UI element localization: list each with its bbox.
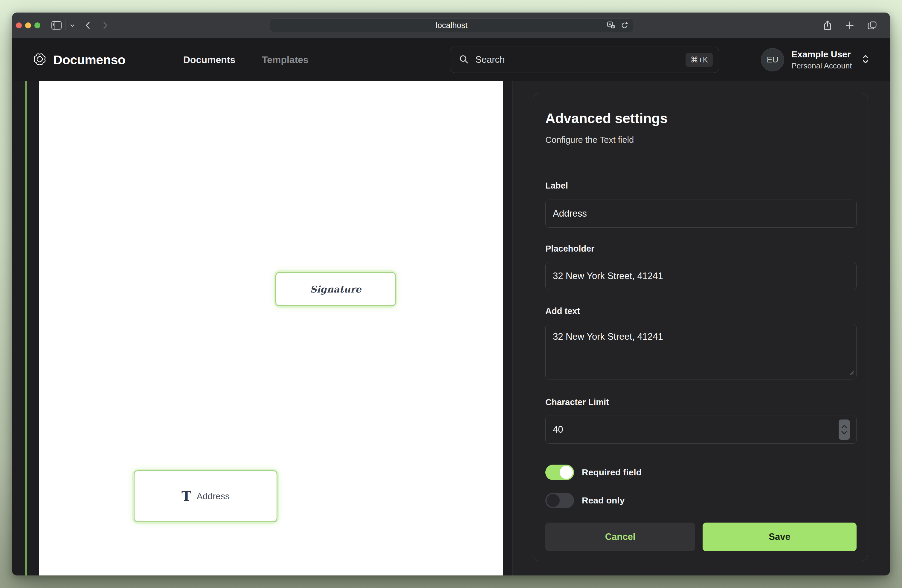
translate-icon[interactable]: A — [607, 21, 615, 30]
read-only-toggle[interactable] — [545, 493, 574, 508]
placeholder-field-label: Placeholder — [545, 244, 857, 254]
close-window-button[interactable] — [16, 22, 22, 28]
toggle-knob — [547, 494, 560, 507]
search-icon — [459, 54, 469, 66]
address-bar[interactable]: localhost A — [270, 19, 633, 32]
zoom-window-button[interactable] — [34, 22, 40, 28]
text-field-address[interactable]: T Address — [134, 470, 277, 522]
user-name: Example User — [791, 49, 852, 59]
share-icon[interactable] — [822, 20, 833, 31]
panel-title: Advanced settings — [545, 110, 857, 127]
panel-subtitle: Configure the Text field — [545, 134, 857, 145]
forward-icon[interactable] — [100, 20, 110, 30]
signature-field-label: Signature — [310, 284, 361, 295]
document-page: Signature T Address — [39, 81, 503, 575]
label-field-label: Label — [545, 181, 857, 191]
chevrons-up-down-icon — [861, 53, 870, 66]
nav-templates[interactable]: Templates — [262, 38, 308, 81]
save-button[interactable]: Save — [703, 522, 857, 551]
signature-field[interactable]: Signature — [276, 272, 396, 306]
user-menu[interactable]: EU Example User Personal Account — [761, 38, 870, 81]
search-placeholder: Search — [475, 55, 686, 65]
advanced-settings-card: Advanced settings Configure the Text fie… — [533, 93, 868, 561]
stepper-up-icon — [841, 425, 847, 429]
page-scroll-indicator — [25, 81, 27, 575]
avatar: EU — [761, 48, 784, 71]
chevron-down-icon[interactable] — [69, 22, 76, 29]
cancel-button[interactable]: Cancel — [545, 522, 695, 551]
number-stepper[interactable] — [839, 419, 850, 440]
add-text-textarea[interactable]: 32 New York Street, 41241 — [545, 324, 857, 380]
brand-name: Documenso — [53, 53, 125, 67]
document-pane: Signature T Address — [12, 81, 512, 575]
stepper-down-icon — [841, 430, 847, 435]
search-input[interactable]: Search ⌘+K — [450, 47, 719, 73]
browser-toolbar: localhost A — [12, 13, 890, 38]
back-icon[interactable] — [84, 20, 93, 30]
toggle-knob — [560, 466, 573, 479]
required-field-label: Required field — [582, 467, 642, 477]
character-limit-label: Character Limit — [545, 397, 857, 407]
search-shortcut-badge: ⌘+K — [686, 53, 713, 67]
read-only-label: Read only — [582, 496, 625, 505]
toolbar-divider — [66, 20, 66, 30]
user-account: Personal Account — [791, 61, 852, 70]
minimize-window-button[interactable] — [25, 22, 31, 28]
svg-text:A: A — [609, 22, 611, 27]
url-text: localhost — [270, 19, 633, 32]
resize-handle-icon[interactable] — [848, 369, 854, 377]
sidebar-toggle-icon[interactable] — [51, 21, 62, 30]
traffic-lights — [16, 22, 40, 28]
app-header: Documenso Documents Templates Search ⌘+K… — [12, 38, 890, 81]
nav-documents[interactable]: Documents — [183, 38, 235, 81]
placeholder-input[interactable] — [545, 262, 857, 290]
new-tab-icon[interactable] — [845, 20, 855, 30]
documenso-badge-icon — [32, 52, 47, 68]
character-limit-input[interactable] — [545, 416, 857, 444]
label-input[interactable] — [545, 200, 857, 228]
add-text-field-label: Add text — [545, 306, 857, 316]
reload-icon[interactable] — [620, 21, 629, 30]
brand[interactable]: Documenso — [32, 38, 125, 81]
text-type-icon: T — [182, 490, 191, 503]
required-field-toggle[interactable] — [545, 464, 574, 480]
tab-overview-icon[interactable] — [867, 20, 877, 30]
text-field-label: Address — [197, 491, 230, 501]
settings-pane: Advanced settings Configure the Text fie… — [513, 81, 890, 575]
browser-window: localhost A — [12, 13, 890, 575]
